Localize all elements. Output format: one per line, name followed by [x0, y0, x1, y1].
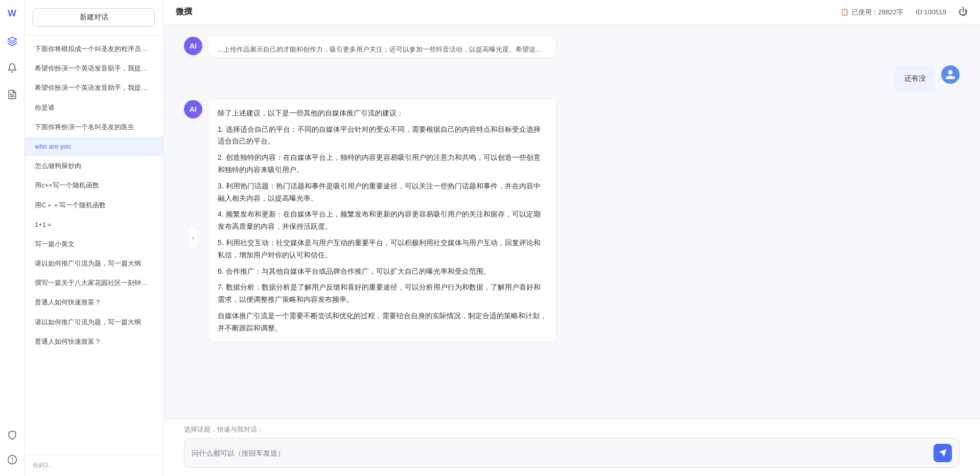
sidebar-list: 下面你将模拟成一个叫圣友的程序员，我说...希望你扮演一个英语发音助手，我提供给…: [25, 35, 163, 455]
new-chat-button[interactable]: 新建对话: [33, 8, 155, 27]
sidebar-item[interactable]: 写一篇小黄文: [25, 234, 163, 254]
nav-info-icon[interactable]: [4, 451, 20, 468]
message-row-ai: AI 除了上述建议，以下是一些其他的自媒体推广引流的建议： 1. 选择适合自己的…: [184, 100, 960, 342]
id-badge: ID:100519: [916, 8, 946, 16]
content-wrapper: 新建对话 下面你将模拟成一个叫圣友的程序员，我说...希望你扮演一个英语发音助手…: [25, 0, 980, 476]
sidebar-item[interactable]: 请以如何推广引流为题，写一篇大纲: [25, 254, 163, 273]
svg-marker-0: [8, 37, 16, 41]
app-title: 微撰: [176, 7, 192, 17]
icon-bar: W: [0, 0, 25, 476]
sidebar-item[interactable]: 请以如何推广引流为题，写一篇大纲: [25, 313, 163, 332]
sidebar-bottom: 你好2...: [25, 455, 163, 476]
message-row-user: 还有没: [184, 65, 960, 92]
chat-area: AI ...上传作品展示自己的才能和创作力，吸引更多用户关注；还可以参加一些抖音…: [164, 25, 980, 418]
chat-input[interactable]: [192, 447, 927, 459]
nav-home-icon[interactable]: [4, 33, 20, 50]
ai-point-3: 3. 利用热门话题：热门话题和事件是吸引用户的重要途径，可以关注一些热门话题和事…: [218, 180, 547, 205]
nav-file-icon[interactable]: [4, 86, 20, 103]
power-icon[interactable]: ⏻: [959, 7, 968, 17]
sidebar-item[interactable]: 下面你将扮演一个名叫圣友的医生: [25, 117, 163, 137]
ai-point-6: 6. 合作推广：与其他自媒体平台或品牌合作推广，可以扩大自己的曝光率和受众范围。: [218, 266, 547, 278]
ai-conclusion: 自媒体推广引流是一个需要不断尝试和优化的过程，需要结合自身的实际情况，制定合适的…: [218, 310, 547, 335]
input-row: [184, 438, 960, 468]
send-button[interactable]: [934, 444, 952, 462]
ai-point-4: 4. 频繁发布和更新：在自媒体平台上，频繁发布和更新的内容更容易吸引用户的关注和…: [218, 208, 547, 233]
user-message-text: 还有没: [904, 74, 926, 82]
ai-message-text: 除了上述建议，以下是一些其他的自媒体推广引流的建议：: [218, 107, 547, 120]
avatar-user: [941, 65, 960, 84]
sidebar-header: 新建对话: [25, 0, 163, 35]
sidebar-item[interactable]: 怎么做狗屎炒肉: [25, 156, 163, 176]
ai-point-1: 1. 选择适合自己的平台：不同的自媒体平台针对的受众不同，需要根据自己的内容特点…: [218, 124, 547, 148]
bubble-user: 还有没: [895, 65, 935, 92]
main-area: 微撰 📋 已使用：28822字 ID:100519 ⏻ AI ...上传作品展示…: [164, 0, 980, 476]
avatar-ai-prev: AI: [184, 37, 202, 55]
sidebar-item[interactable]: 下面你将模拟成一个叫圣友的程序员，我说...: [25, 39, 163, 59]
message-row-prev: AI ...上传作品展示自己的才能和创作力，吸引更多用户关注；还可以参加一些抖音…: [184, 37, 960, 57]
nav-shield-icon[interactable]: [4, 427, 20, 443]
input-area: 选择话题，快速与我对话：: [164, 418, 980, 476]
sidebar-item[interactable]: 撰写一篇关于八大家花园社区一刻钟便民生...: [25, 273, 163, 293]
sidebar-item[interactable]: 普通人如何快速致富？: [25, 332, 163, 351]
collapse-icon: ›: [192, 234, 194, 242]
sidebar: 新建对话 下面你将模拟成一个叫圣友的程序员，我说...希望你扮演一个英语发音助手…: [25, 0, 164, 476]
avatar-ai: AI: [184, 100, 202, 118]
sidebar-item[interactable]: 希望你扮演一个英语发音助手，我提供给你...: [25, 78, 163, 98]
sidebar-item[interactable]: 希望你扮演一个英语发音助手，我提供给你...: [25, 59, 163, 78]
sidebar-item[interactable]: 你是谁: [25, 98, 163, 117]
topbar-right: 📋 已使用：28822字 ID:100519 ⏻: [841, 7, 968, 17]
bubble-ai-prev: ...上传作品展示自己的才能和创作力，吸引更多用户关注；还可以参加一些抖音活动，…: [208, 37, 556, 57]
sidebar-item[interactable]: 用C＋＋写一个随机函数: [25, 196, 163, 215]
nav-bell-icon[interactable]: [4, 60, 20, 76]
usage-text: 已使用：28822字: [852, 8, 903, 17]
usage-icon: 📋: [841, 8, 849, 16]
quick-topics-label: 选择话题，快速与我对话：: [184, 425, 960, 434]
app-logo: W: [8, 8, 16, 19]
ai-point-5: 5. 利用社交互动：社交媒体是与用户互动的重要平台，可以积极利用社交媒体与用户互…: [218, 237, 547, 261]
sidebar-item[interactable]: 1+1＝: [25, 215, 163, 234]
ai-point-2: 2. 创造独特的内容：在自媒体平台上，独特的内容更容易吸引用户的注意力和共鸣，可…: [218, 152, 547, 176]
bottom-icons: [4, 427, 20, 468]
topbar: 微撰 📋 已使用：28822字 ID:100519 ⏻: [164, 0, 980, 25]
sidebar-item[interactable]: 普通人如何快速致富？: [25, 293, 163, 312]
sidebar-item[interactable]: 用c++写一个随机函数: [25, 176, 163, 195]
bubble-ai: 除了上述建议，以下是一些其他的自媒体推广引流的建议： 1. 选择适合自己的平台：…: [208, 100, 556, 342]
usage-display: 📋 已使用：28822字: [841, 8, 903, 17]
sidebar-item[interactable]: who are you: [25, 137, 163, 156]
sidebar-collapse-button[interactable]: ›: [188, 228, 198, 248]
ai-point-7: 7. 数据分析：数据分析是了解用户反馈和喜好的重要途径，可以分析用户行为和数据，…: [218, 281, 547, 306]
